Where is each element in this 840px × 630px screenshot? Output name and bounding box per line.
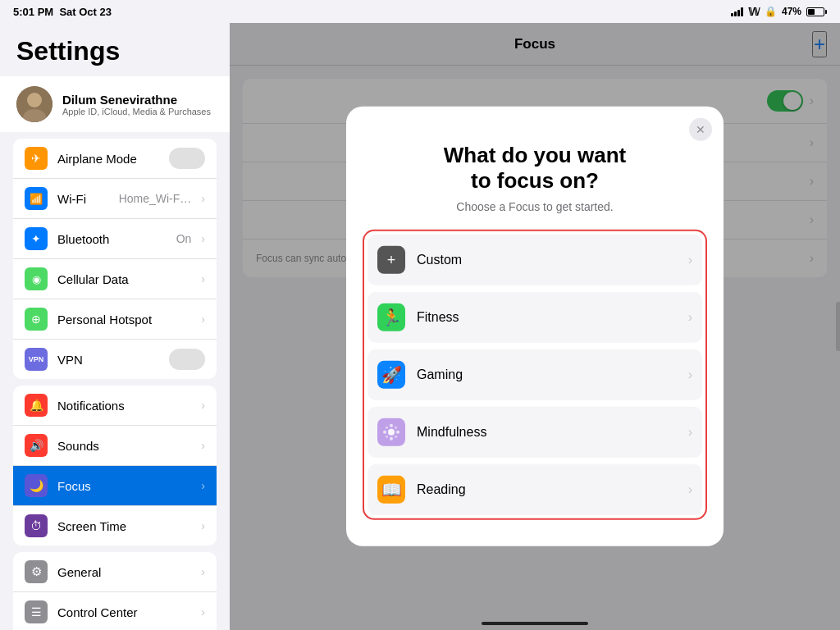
lock-icon: 🔒 xyxy=(765,6,777,17)
sidebar-item-vpn[interactable]: VPN VPN xyxy=(13,340,217,379)
hotspot-icon: ⊕ xyxy=(25,308,48,331)
battery-icon xyxy=(806,7,827,16)
main-content: Focus + › › › › Focus can syn xyxy=(230,23,840,630)
gaming-icon: 🚀 xyxy=(377,361,405,389)
sidebar-item-screen-time[interactable]: ⏱ Screen Time › xyxy=(13,506,217,546)
chevron-right-icon: › xyxy=(201,313,205,326)
svg-point-11 xyxy=(395,436,397,438)
custom-icon: + xyxy=(377,246,405,274)
chevron-right-icon: › xyxy=(201,519,205,532)
chevron-right-icon: › xyxy=(201,479,205,492)
chevron-right-icon: › xyxy=(688,253,692,267)
focus-modal: ✕ What do you wantto focus on? Choose a … xyxy=(346,107,724,546)
mindfulness-icon xyxy=(377,418,405,446)
chevron-right-icon: › xyxy=(688,368,692,382)
battery-percent: 47% xyxy=(782,6,801,17)
sidebar-item-airplane-mode[interactable]: ✈ Airplane Mode xyxy=(13,139,217,179)
chevron-right-icon: › xyxy=(688,482,692,497)
screen-time-icon: ⏱ xyxy=(25,514,48,537)
control-center-icon: ☰ xyxy=(25,600,48,623)
airplane-mode-toggle[interactable] xyxy=(169,148,205,169)
sidebar-item-general[interactable]: ⚙ General › xyxy=(13,552,217,592)
svg-point-5 xyxy=(390,437,393,441)
svg-point-8 xyxy=(386,427,388,429)
sidebar-item-label: Screen Time xyxy=(57,519,191,533)
sidebar-item-label: General xyxy=(57,565,191,579)
focus-options-list: + Custom › 🏃 Fitness › 🚀 xyxy=(363,230,707,520)
focus-option-custom[interactable]: + Custom › xyxy=(368,235,702,285)
wifi-settings-icon: 📶 xyxy=(25,187,48,210)
sidebar-item-bluetooth[interactable]: ✦ Bluetooth On › xyxy=(13,219,217,259)
sidebar-item-notifications[interactable]: 🔔 Notifications › xyxy=(13,386,217,426)
modal-item-label: Mindfulness xyxy=(417,425,677,440)
sidebar-item-label: Bluetooth xyxy=(57,232,167,246)
settings-title: Settings xyxy=(0,23,230,73)
modal-subtitle: Choose a Focus to get started. xyxy=(456,200,613,213)
profile-row[interactable]: Dilum Senevirathne Apple ID, iCloud, Med… xyxy=(0,76,230,132)
sidebar-item-hotspot[interactable]: ⊕ Personal Hotspot › xyxy=(13,299,217,340)
sidebar-item-label: VPN xyxy=(57,353,159,367)
modal-close-button[interactable]: ✕ xyxy=(689,118,712,141)
focus-option-mindfulness[interactable]: Mindfulness › xyxy=(368,407,702,458)
sidebar-item-label: Control Center xyxy=(57,605,191,619)
profile-info: Dilum Senevirathne Apple ID, iCloud, Med… xyxy=(62,93,211,116)
vpn-toggle[interactable] xyxy=(169,349,205,370)
status-time: 5:01 PM Sat Oct 23 xyxy=(13,6,112,18)
chevron-right-icon: › xyxy=(201,439,205,452)
sidebar-item-wifi[interactable]: 📶 Wi-Fi Home_Wi-F… › xyxy=(13,179,217,219)
notifications-icon: 🔔 xyxy=(25,394,48,417)
bluetooth-icon: ✦ xyxy=(25,227,48,250)
focus-icon: 🌙 xyxy=(25,474,48,497)
sidebar-item-label: Wi-Fi xyxy=(57,192,109,206)
signal-icon xyxy=(731,7,743,16)
sidebar-item-label: Personal Hotspot xyxy=(57,313,191,326)
svg-point-7 xyxy=(396,431,399,434)
sidebar-item-label: Cellular Data xyxy=(57,272,191,286)
sounds-icon: 🔊 xyxy=(25,434,48,457)
bluetooth-value: On xyxy=(176,232,192,245)
fitness-icon: 🏃 xyxy=(377,304,405,331)
chevron-right-icon: › xyxy=(201,272,205,285)
sidebar-item-label: Notifications xyxy=(57,399,191,413)
sidebar: Settings Dilum Senevirathne Apple ID, iC… xyxy=(0,23,230,630)
chevron-right-icon: › xyxy=(201,192,205,205)
sidebar-item-focus[interactable]: 🌙 Focus › xyxy=(13,466,217,506)
sidebar-item-label: Focus xyxy=(57,479,191,493)
chevron-right-icon: › xyxy=(201,232,205,245)
profile-name: Dilum Senevirathne xyxy=(62,93,211,107)
svg-point-3 xyxy=(388,429,395,436)
sidebar-item-cellular[interactable]: ◉ Cellular Data › xyxy=(13,259,217,299)
focus-option-gaming[interactable]: 🚀 Gaming › xyxy=(368,349,702,400)
general-icon: ⚙ xyxy=(25,560,48,583)
profile-sub: Apple ID, iCloud, Media & Purchases xyxy=(62,107,211,116)
modal-item-label: Gaming xyxy=(417,368,677,382)
modal-item-label: Fitness xyxy=(417,310,677,325)
svg-point-6 xyxy=(383,431,386,434)
sidebar-group-system: 🔔 Notifications › 🔊 Sounds › 🌙 Focus › xyxy=(13,386,217,546)
focus-option-fitness[interactable]: 🏃 Fitness › xyxy=(368,292,702,343)
cellular-icon: ◉ xyxy=(25,267,48,290)
reading-icon: 📖 xyxy=(377,476,405,504)
sidebar-item-control-center[interactable]: ☰ Control Center › xyxy=(13,592,217,630)
sidebar-group-network: ✈ Airplane Mode 📶 Wi-Fi Home_Wi-F… › ✦ B… xyxy=(13,139,217,379)
status-right: 𝕎 🔒 47% xyxy=(731,6,827,18)
svg-point-4 xyxy=(390,424,393,427)
avatar xyxy=(16,86,52,122)
modal-item-label: Reading xyxy=(417,482,677,497)
sidebar-item-sounds[interactable]: 🔊 Sounds › xyxy=(13,426,217,466)
chevron-right-icon: › xyxy=(688,310,692,325)
status-bar: 5:01 PM Sat Oct 23 𝕎 🔒 47% xyxy=(0,0,840,23)
chevron-right-icon: › xyxy=(201,605,205,619)
chevron-right-icon: › xyxy=(201,565,205,578)
svg-point-10 xyxy=(386,436,388,438)
vpn-icon: VPN xyxy=(25,348,48,371)
chevron-right-icon: › xyxy=(688,425,692,440)
focus-option-reading[interactable]: 📖 Reading › xyxy=(368,464,702,515)
main-layout: Settings Dilum Senevirathne Apple ID, iC… xyxy=(0,23,840,630)
sidebar-item-label: Sounds xyxy=(57,439,191,453)
modal-title: What do you wantto focus on? xyxy=(444,143,626,194)
svg-point-9 xyxy=(395,427,397,429)
airplane-mode-icon: ✈ xyxy=(25,147,48,170)
chevron-right-icon: › xyxy=(201,399,205,412)
wifi-icon: 𝕎 xyxy=(748,6,760,18)
